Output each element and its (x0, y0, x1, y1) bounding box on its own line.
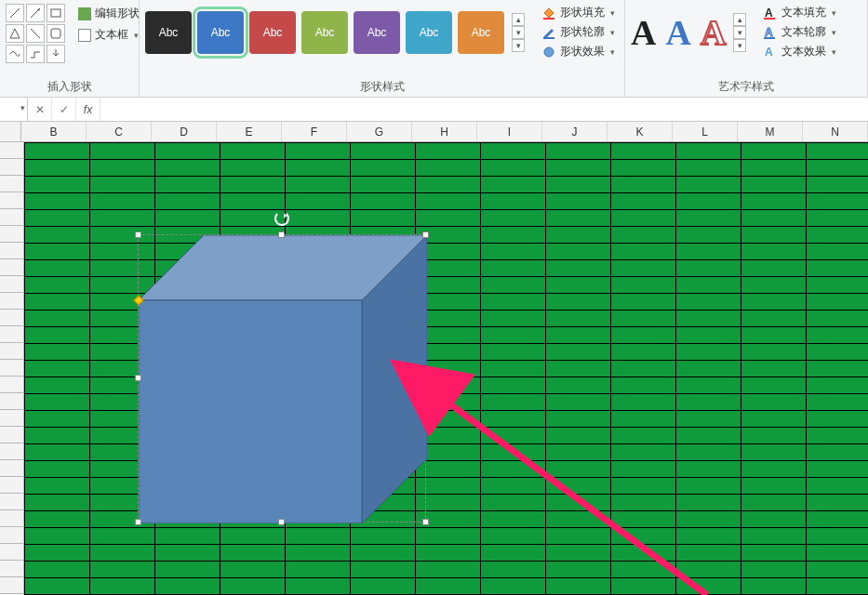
row-header[interactable] (0, 410, 24, 427)
style-swatch[interactable]: Abc (249, 11, 296, 54)
chevron-down-icon: ▾ (610, 28, 615, 37)
row-header[interactable] (0, 276, 24, 293)
group-label-shape-styles: 形状样式 (145, 77, 619, 95)
text-outline-icon: A (763, 25, 778, 40)
style-swatch[interactable]: Abc (458, 11, 504, 54)
cancel-button[interactable]: ✕ (28, 98, 52, 121)
resize-handle[interactable] (422, 375, 429, 381)
text-effects-button[interactable]: A 文本效果 ▾ (759, 43, 840, 60)
column-header[interactable]: G (347, 122, 412, 141)
resize-handle[interactable] (135, 231, 141, 238)
row-header[interactable] (0, 527, 24, 544)
row-header[interactable] (0, 142, 24, 159)
gallery-more-icon[interactable]: ▾ (733, 39, 746, 52)
edit-shape-icon (78, 7, 91, 20)
row-header[interactable] (0, 259, 24, 276)
column-header[interactable]: C (87, 122, 152, 141)
select-all-corner[interactable] (0, 122, 21, 141)
row-header[interactable] (0, 310, 24, 326)
row-header[interactable] (0, 510, 24, 527)
column-header[interactable]: N (803, 122, 868, 141)
style-swatch[interactable]: Abc (145, 11, 192, 54)
fx-button[interactable]: fx (76, 98, 100, 121)
gallery-down-icon[interactable]: ▾ (733, 26, 746, 39)
column-header[interactable]: J (542, 122, 608, 141)
style-swatch[interactable]: Abc (354, 11, 400, 54)
column-header[interactable]: D (152, 122, 217, 141)
row-header[interactable] (0, 176, 24, 192)
row-header[interactable] (0, 360, 24, 377)
svg-line-5 (31, 29, 40, 38)
column-header[interactable]: K (608, 122, 673, 141)
resize-handle[interactable] (422, 519, 429, 525)
row-header[interactable] (0, 494, 24, 510)
row-header[interactable] (0, 427, 24, 443)
style-swatch[interactable]: Abc (197, 11, 244, 54)
rotation-handle[interactable] (274, 211, 289, 226)
resize-handle[interactable] (422, 231, 429, 238)
enter-button[interactable]: ✓ (52, 98, 76, 121)
column-header[interactable]: I (477, 122, 542, 141)
wordart-sample[interactable]: A (631, 12, 656, 53)
group-wordart-styles: AAA ▴ ▾ ▾ A 文本填充 ▾ A 文本轮廓 ▾ A (625, 0, 868, 97)
shape-gallery[interactable] (6, 4, 65, 63)
spreadsheet-grid[interactable] (0, 142, 868, 595)
column-header[interactable]: F (282, 122, 347, 141)
row-header[interactable] (0, 477, 24, 494)
row-header[interactable] (0, 226, 24, 243)
svg-line-0 (10, 8, 20, 18)
text-outline-button[interactable]: A 文本轮廓 ▾ (759, 23, 840, 41)
row-header[interactable] (0, 326, 24, 343)
row-header[interactable] (0, 159, 24, 176)
style-swatch[interactable]: Abc (301, 11, 348, 54)
svg-rect-7 (543, 18, 554, 20)
row-header[interactable] (0, 460, 24, 477)
shape-style-gallery[interactable]: AbcAbcAbcAbcAbcAbcAbc (145, 11, 504, 54)
wordart-sample[interactable]: A (665, 12, 690, 53)
svg-text:A: A (765, 46, 773, 59)
row-header[interactable] (0, 293, 24, 310)
row-header[interactable] (0, 544, 24, 561)
row-header[interactable] (0, 192, 24, 209)
resize-handle[interactable] (135, 375, 141, 381)
row-header[interactable] (0, 209, 24, 226)
wordart-gallery-nav[interactable]: ▴ ▾ ▾ (733, 13, 746, 52)
formula-input[interactable] (100, 98, 868, 121)
row-header[interactable] (0, 377, 24, 393)
shape-fill-label: 形状填充 (560, 5, 605, 20)
gallery-nav[interactable]: ▴ ▾ ▾ (512, 13, 525, 52)
gallery-up-icon[interactable]: ▴ (512, 13, 525, 26)
resize-handle[interactable] (278, 231, 285, 238)
cube-shape[interactable] (139, 235, 427, 523)
shape-outline-button[interactable]: 形状轮廓 ▾ (538, 23, 619, 41)
text-outline-label: 文本轮廓 (781, 24, 826, 40)
column-header[interactable]: L (673, 122, 738, 141)
row-header[interactable] (0, 343, 24, 360)
wordart-sample[interactable]: A (701, 12, 726, 53)
row-header[interactable] (0, 561, 24, 577)
row-header[interactable] (0, 243, 24, 259)
column-header[interactable]: H (412, 122, 477, 141)
gallery-more-icon[interactable]: ▾ (512, 39, 525, 52)
column-header[interactable]: M (738, 122, 803, 141)
style-swatch[interactable]: Abc (406, 11, 452, 54)
resize-handle[interactable] (135, 519, 141, 525)
text-fill-button[interactable]: A 文本填充 ▾ (759, 4, 840, 21)
gallery-down-icon[interactable]: ▾ (512, 26, 525, 39)
shape-effects-button[interactable]: 形状效果 ▾ (538, 43, 619, 60)
wordart-gallery[interactable]: AAA (631, 12, 726, 53)
svg-marker-4 (10, 29, 20, 38)
row-header[interactable] (0, 393, 24, 410)
selected-shape-cube[interactable] (138, 234, 426, 522)
svg-text:A: A (765, 7, 773, 20)
group-label-wordart-styles: 艺术字样式 (631, 77, 861, 95)
name-box[interactable]: ▾ (0, 98, 28, 121)
gallery-up-icon[interactable]: ▴ (733, 13, 746, 26)
resize-handle[interactable] (278, 519, 285, 525)
row-header[interactable] (0, 577, 24, 594)
text-box-icon (78, 29, 91, 42)
shape-fill-button[interactable]: 形状填充 ▾ (538, 4, 619, 21)
column-header[interactable]: E (217, 122, 282, 141)
column-header[interactable]: B (21, 122, 87, 141)
row-header[interactable] (0, 443, 24, 460)
